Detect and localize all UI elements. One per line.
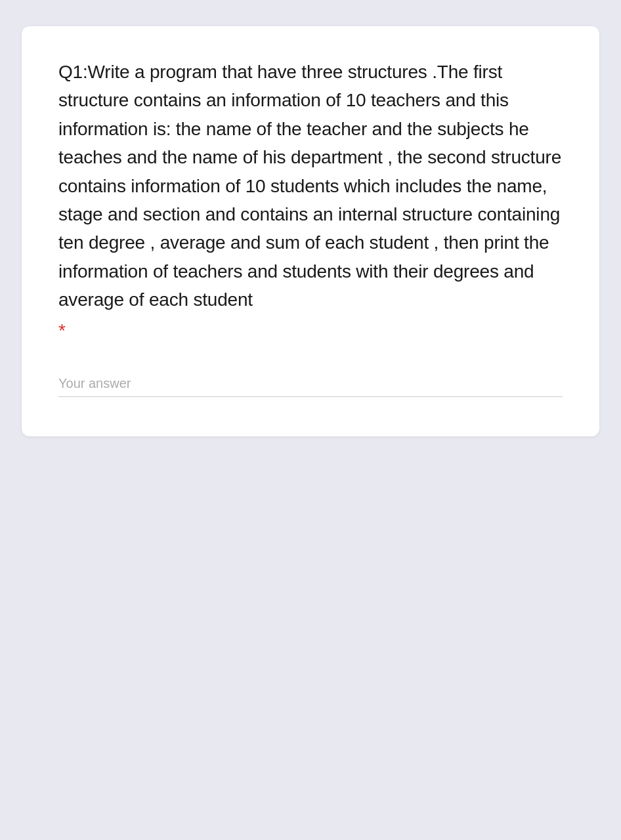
answer-placeholder[interactable]: Your answer bbox=[58, 376, 131, 390]
answer-section[interactable]: Your answer bbox=[58, 376, 563, 397]
question-card: Q1:Write a program that have three struc… bbox=[22, 26, 599, 436]
required-star: * bbox=[58, 317, 563, 345]
question-text: Q1:Write a program that have three struc… bbox=[58, 58, 563, 314]
